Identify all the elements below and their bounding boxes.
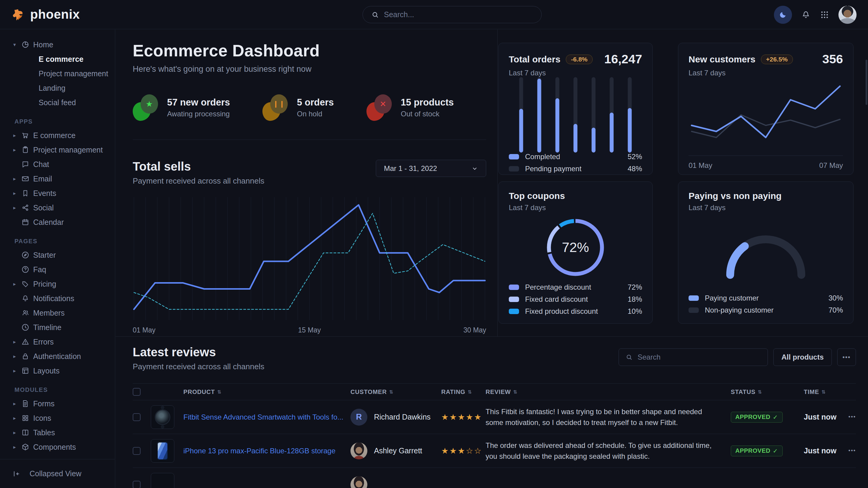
sidebar-item-notifications[interactable]: Notifications — [0, 291, 115, 306]
caret-right-icon: ▸ — [13, 190, 21, 197]
stat-glyph: ★ — [141, 94, 158, 113]
global-search-input[interactable] — [384, 10, 533, 19]
sidebar-item-calendar[interactable]: Calendar — [0, 215, 115, 229]
sidebar-item-landing[interactable]: Landing — [0, 81, 115, 95]
sidebar-item-project-management[interactable]: ▸Project management — [0, 142, 115, 157]
x-icon: ✕ — [367, 94, 393, 121]
sidebar-item-starter[interactable]: Starter — [0, 248, 115, 262]
sidebar-item-authentication[interactable]: ▸Authentication — [0, 349, 115, 363]
sidebar-item-label: E commerce — [33, 131, 75, 140]
sidebar-item-label: Members — [33, 308, 65, 317]
legend-swatch — [509, 166, 519, 171]
legend-label: Completed — [525, 153, 560, 161]
reviews-search-input[interactable] — [638, 353, 761, 361]
sort-icon: ⇅ — [217, 389, 222, 395]
sidebar-item-label: Notifications — [33, 294, 74, 303]
caret-right-icon: ▸ — [13, 132, 21, 139]
global-search[interactable] — [363, 6, 542, 23]
sidebar-item-components[interactable]: ▸Components — [0, 440, 115, 454]
legend-swatch — [509, 308, 519, 314]
card-value: 16,247 — [604, 52, 642, 66]
theme-toggle-moon-icon[interactable] — [774, 6, 792, 24]
scrollbar[interactable] — [866, 60, 867, 105]
card-subtitle: Last 7 days — [509, 203, 642, 212]
stat-glyph: ❙❙ — [270, 94, 288, 113]
customer-avatar — [350, 476, 367, 488]
sidebar-item-label: Tables — [33, 428, 55, 437]
sidebar-item-social[interactable]: ▸Social — [0, 200, 115, 215]
row-more-button[interactable]: ••• — [841, 448, 856, 454]
sidebar-item-events[interactable]: ▸Events — [0, 186, 115, 200]
sidebar-item-label: Events — [33, 189, 56, 198]
row-checkbox[interactable] — [133, 413, 141, 421]
customer-cell: RRichard Dawkins — [350, 409, 441, 426]
row-more-button[interactable]: ••• — [841, 414, 856, 420]
sidebar-item-chat[interactable]: Chat — [0, 157, 115, 171]
legend-value: 70% — [829, 306, 843, 314]
caret-right-icon: ▸ — [13, 147, 21, 153]
sidebar-item-label: Email — [33, 174, 52, 183]
column-header-status[interactable]: STATUS⇅ — [731, 389, 804, 395]
sidebar-item-errors[interactable]: ▸Errors — [0, 334, 115, 349]
user-avatar[interactable] — [838, 6, 857, 24]
sidebar-item-layouts[interactable]: ▸Layouts — [0, 363, 115, 378]
product-image — [151, 439, 174, 463]
table-header-row: PRODUCT⇅ CUSTOMER⇅ RATING⇅ REVIEW⇅ STATU… — [133, 383, 856, 400]
date-range-value: Mar 1 - 31, 2022 — [384, 164, 437, 173]
legend-label: Percentage discount — [525, 283, 591, 291]
sidebar-item-timeline[interactable]: Timeline — [0, 320, 115, 334]
legend-value: 30% — [829, 294, 843, 302]
caret-right-icon: ▸ — [13, 353, 21, 360]
stat-awating-processing: ★57 new ordersAwating processing — [133, 94, 230, 121]
sidebar-item-icons[interactable]: ▸Icons — [0, 411, 115, 425]
legend-item-completed: Completed52% — [509, 153, 642, 161]
page-title: Ecommerce Dashboard — [133, 41, 486, 60]
apps-grid-icon[interactable] — [820, 10, 829, 20]
caret-down-icon: ▾ — [13, 42, 21, 48]
column-header-review[interactable]: REVIEW⇅ — [486, 389, 731, 395]
date-range-select[interactable]: Mar 1 - 31, 2022 — [376, 160, 486, 177]
sidebar-item-project-management[interactable]: Project management — [0, 66, 115, 81]
question-icon — [21, 265, 33, 274]
sidebar-item-home[interactable]: ▾ Home — [0, 37, 115, 52]
sidebar-item-email[interactable]: ▸Email — [0, 171, 115, 186]
column-header-time[interactable]: TIME⇅ — [804, 389, 841, 395]
sidebar-item-e-commerce[interactable]: ▸E commerce — [0, 128, 115, 142]
stat-value: 57 new orders — [167, 97, 230, 108]
sidebar-item-faq[interactable]: Faq — [0, 262, 115, 277]
product-link[interactable]: Fitbit Sense Advanced Smartwatch with To… — [183, 413, 350, 421]
customer-cell — [350, 476, 441, 488]
trend-badge: -6.8% — [566, 55, 593, 64]
column-header-product[interactable]: PRODUCT⇅ — [183, 389, 350, 395]
table-row: iPhone 13 pro max-Pacific Blue-128GB sto… — [133, 434, 856, 468]
row-checkbox[interactable] — [133, 447, 141, 455]
sidebar-item-label: Faq — [33, 265, 46, 274]
select-all-checkbox[interactable] — [133, 388, 141, 396]
box-icon — [21, 443, 33, 451]
column-header-customer[interactable]: CUSTOMER⇅ — [350, 389, 441, 395]
star-icon: ★ — [133, 94, 159, 121]
reviews-search[interactable] — [619, 349, 768, 366]
sidebar-item-pricing[interactable]: ▸Pricing — [0, 277, 115, 291]
sidebar-item-e-commerce[interactable]: E commerce — [0, 52, 115, 66]
sidebar-item-members[interactable]: Members — [0, 306, 115, 320]
status-badge: APPROVED ✓ — [731, 446, 783, 456]
product-link[interactable]: iPhone 13 pro max-Pacific Blue-128GB sto… — [183, 447, 350, 455]
row-checkbox[interactable] — [133, 481, 141, 488]
all-products-button[interactable]: All products — [773, 349, 832, 366]
brand[interactable]: phoenix — [12, 7, 80, 22]
notifications-bell-icon[interactable] — [801, 10, 811, 20]
sidebar-item-forms[interactable]: ▸Forms — [0, 396, 115, 411]
column-header-rating[interactable]: RATING⇅ — [441, 389, 486, 395]
iphone-image — [157, 442, 168, 460]
divider — [497, 30, 498, 336]
collapsed-view-toggle[interactable]: Collapsed View — [0, 459, 115, 488]
stat-out-of-stock: ✕15 productsOut of stock — [367, 94, 454, 121]
review-text: The order was delivered ahead of schedul… — [486, 440, 731, 462]
trend-badge: +26.5% — [761, 55, 793, 64]
top-nav: phoenix — [0, 0, 868, 29]
sidebar-item-social-feed[interactable]: Social feed — [0, 95, 115, 110]
more-options-button[interactable]: ••• — [837, 349, 856, 366]
sidebar-item-tables[interactable]: ▸Tables — [0, 425, 115, 440]
search-icon — [625, 354, 633, 361]
